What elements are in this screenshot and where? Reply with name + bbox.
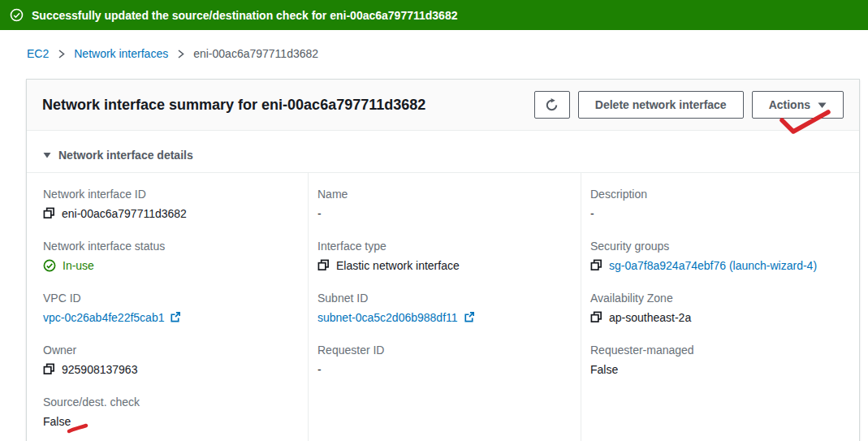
field-network-interface-status: Network interface status In-use xyxy=(43,240,295,272)
field-value-text: sg-0a7f8a924a74ebf76 (launch-wizard-4) xyxy=(609,259,817,272)
copy-icon[interactable] xyxy=(43,363,55,375)
delete-network-interface-button[interactable]: Delete network interface xyxy=(578,91,744,119)
security-group-link[interactable]: sg-0a7f8a924a74ebf76 (launch-wizard-4) xyxy=(609,259,817,272)
details-column-3: Description - Security groups sg-0a7f8a9… xyxy=(581,173,859,441)
field-label: Interface type xyxy=(317,240,568,253)
chevron-right-icon xyxy=(57,48,66,60)
field-interface-type: Interface type Elastic network interface xyxy=(317,240,568,272)
field-requester-managed: Requester-managed False xyxy=(590,344,846,376)
actions-button-label: Actions xyxy=(769,98,810,111)
copy-icon[interactable] xyxy=(590,311,602,323)
field-source-dest-check: Source/dest. check False xyxy=(43,396,295,428)
field-label: Availability Zone xyxy=(590,292,846,305)
field-network-interface-id: Network interface ID eni-00ac6a797711d36… xyxy=(43,188,295,220)
field-value-text: eni-00ac6a797711d3682 xyxy=(62,207,187,220)
field-vpc-id: VPC ID vpc-0c26ab4fe22f5cab1 xyxy=(43,292,295,324)
field-name: Name - xyxy=(317,188,568,220)
field-value-text: ap-southeast-2a xyxy=(609,311,691,324)
field-owner: Owner 925908137963 xyxy=(43,344,295,376)
field-value-text: vpc-0c26ab4fe22f5cab1 xyxy=(43,311,164,324)
field-value-text: - xyxy=(590,207,594,220)
breadcrumb-current: eni-00ac6a797711d3682 xyxy=(193,47,318,60)
field-subnet-id: Subnet ID subnet-0ca5c2d06b988df11 xyxy=(317,292,568,324)
page-title: Network interface summary for eni-00ac6a… xyxy=(42,97,425,114)
field-value-text: False xyxy=(590,363,618,376)
caret-down-icon xyxy=(818,102,827,109)
field-description: Description - xyxy=(590,188,846,220)
breadcrumb-network-interfaces[interactable]: Network interfaces xyxy=(74,47,168,60)
flashbar-message: Successfully updated the source/destinat… xyxy=(32,9,457,22)
field-value-text: False xyxy=(43,415,71,428)
field-requester-id: Requester ID - xyxy=(317,344,568,376)
details-column-2: Name - Interface type Elastic network in… xyxy=(308,173,581,441)
field-label: Source/dest. check xyxy=(43,396,295,409)
field-value-text: - xyxy=(317,363,322,376)
field-label: Security groups xyxy=(590,240,846,253)
vpc-id-link[interactable]: vpc-0c26ab4fe22f5cab1 xyxy=(43,311,181,324)
copy-icon[interactable] xyxy=(317,259,330,271)
field-value-text: Elastic network interface xyxy=(336,259,460,272)
details-section-header[interactable]: Network interface details xyxy=(27,141,859,172)
network-interface-summary-panel: Network interface summary for eni-00ac6a… xyxy=(26,79,860,441)
field-label: Name xyxy=(317,188,568,201)
check-circle-icon xyxy=(10,8,24,22)
external-link-icon xyxy=(169,311,181,323)
details-section: Network interface details Network interf… xyxy=(27,131,859,441)
copy-icon[interactable] xyxy=(43,207,55,219)
subnet-id-link[interactable]: subnet-0ca5c2d06b988df11 xyxy=(317,311,475,324)
field-label: Network interface status xyxy=(43,240,295,253)
actions-button[interactable]: Actions xyxy=(752,91,844,119)
breadcrumb: EC2 Network interfaces eni-00ac6a797711d… xyxy=(27,47,868,60)
breadcrumb-ec2[interactable]: EC2 xyxy=(27,47,49,60)
field-value-text: 925908137963 xyxy=(62,363,137,376)
field-label: Description xyxy=(590,188,846,201)
status-badge: In-use xyxy=(63,259,94,272)
field-value-text: - xyxy=(317,207,322,220)
triangle-down-icon xyxy=(43,152,51,158)
status-ok-icon xyxy=(43,259,56,272)
refresh-icon xyxy=(545,98,559,112)
field-label: Network interface ID xyxy=(43,188,295,201)
external-link-icon xyxy=(463,311,475,323)
copy-icon[interactable] xyxy=(590,259,602,271)
field-security-groups: Security groups sg-0a7f8a924a74ebf76 (la… xyxy=(590,240,846,272)
details-column-1: Network interface ID eni-00ac6a797711d36… xyxy=(27,173,308,441)
details-grid: Network interface ID eni-00ac6a797711d36… xyxy=(27,172,859,441)
field-label: VPC ID xyxy=(43,292,295,305)
details-section-title: Network interface details xyxy=(58,149,193,162)
field-value-text: subnet-0ca5c2d06b988df11 xyxy=(317,311,458,324)
field-label: Requester ID xyxy=(317,344,568,357)
field-availability-zone: Availability Zone ap-southeast-2a xyxy=(590,292,846,324)
header-actions: Delete network interface Actions xyxy=(534,91,844,119)
success-flashbar: Successfully updated the source/destinat… xyxy=(0,0,868,30)
refresh-button[interactable] xyxy=(534,91,570,119)
chevron-right-icon xyxy=(176,48,185,60)
panel-header: Network interface summary for eni-00ac6a… xyxy=(27,80,859,131)
field-label: Requester-managed xyxy=(590,344,846,357)
field-label: Owner xyxy=(43,344,295,357)
field-label: Subnet ID xyxy=(317,292,568,305)
